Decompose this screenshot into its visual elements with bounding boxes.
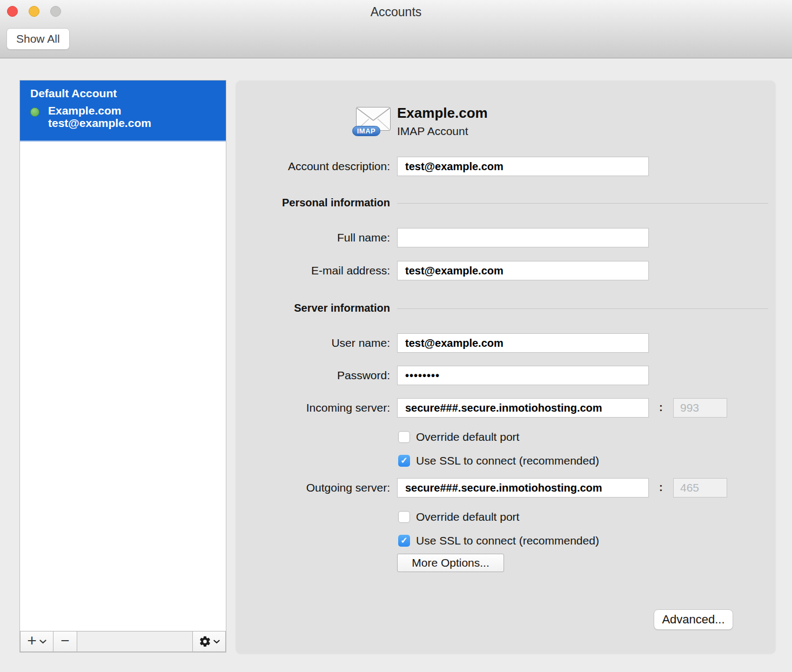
incoming-server-input[interactable] (397, 398, 649, 418)
account-email: test@example.com (48, 117, 151, 129)
checkmark-icon: ✓ (400, 536, 407, 545)
remove-account-button[interactable]: − (53, 631, 77, 652)
chevron-down-icon (39, 640, 46, 644)
imap-account-icon: IMAP (354, 104, 392, 136)
sidebar-toolbar: + − (20, 631, 226, 652)
more-options-button[interactable]: More Options... (397, 554, 504, 572)
email-address-label: E-mail address: (236, 264, 390, 277)
section-divider (397, 203, 768, 204)
account-list-empty-area (20, 142, 226, 631)
use-ssl-label: Use SSL to connect (recommended) (416, 454, 599, 467)
incoming-override-port-row: Override default port (398, 431, 519, 443)
password-input[interactable] (397, 366, 649, 385)
use-ssl-label: Use SSL to connect (recommended) (416, 534, 599, 547)
checkmark-icon: ✓ (400, 456, 407, 465)
outgoing-ssl-row: ✓ Use SSL to connect (recommended) (398, 534, 599, 547)
accounts-window: Accounts Show All Default Account Exampl… (0, 0, 792, 672)
incoming-port-input[interactable] (673, 398, 727, 418)
account-name: Example.com (48, 104, 151, 117)
full-name-input[interactable] (397, 228, 649, 247)
override-port-label: Override default port (416, 431, 519, 443)
show-all-button[interactable]: Show All (6, 28, 70, 50)
plus-icon: + (27, 633, 37, 649)
gear-icon (199, 635, 211, 648)
section-divider (397, 308, 768, 309)
outgoing-override-port-row: Override default port (398, 510, 519, 523)
override-port-label: Override default port (416, 510, 519, 523)
account-list-item[interactable]: Example.com test@example.com (30, 104, 151, 129)
outgoing-server-label: Outgoing server: (236, 481, 390, 494)
user-name-input[interactable] (397, 333, 649, 353)
account-type: IMAP Account (397, 125, 468, 138)
override-port-checkbox[interactable] (398, 511, 410, 523)
account-description-input[interactable] (397, 157, 649, 176)
personal-information-header: Personal information (236, 197, 390, 209)
override-port-checkbox[interactable] (398, 431, 410, 443)
use-ssl-checkbox[interactable]: ✓ (398, 455, 410, 467)
chevron-down-icon (213, 640, 220, 644)
titlebar: Accounts Show All (0, 0, 792, 58)
accounts-sidebar: Default Account Example.com test@example… (19, 80, 226, 653)
advanced-button[interactable]: Advanced... (654, 609, 733, 630)
incoming-ssl-row: ✓ Use SSL to connect (recommended) (398, 454, 599, 467)
minus-icon: − (61, 633, 69, 648)
account-title: Example.com (397, 105, 488, 122)
outgoing-server-input[interactable] (397, 478, 649, 498)
imap-badge: IMAP (352, 126, 380, 136)
account-actions-button[interactable] (192, 631, 226, 652)
server-information-header: Server information (236, 302, 390, 314)
outgoing-port-input[interactable] (673, 478, 727, 498)
incoming-server-label: Incoming server: (236, 401, 390, 414)
toolbar-spacer (77, 631, 193, 652)
full-name-label: Full name: (236, 231, 390, 244)
selected-account-item[interactable]: Default Account Example.com test@example… (20, 80, 226, 142)
account-description-label: Account description: (236, 160, 390, 173)
add-account-button[interactable]: + (20, 631, 53, 652)
use-ssl-checkbox[interactable]: ✓ (398, 535, 410, 547)
email-address-input[interactable] (397, 261, 649, 280)
account-settings-panel: IMAP Example.com IMAP Account Account de… (236, 81, 775, 654)
password-label: Password: (236, 369, 390, 382)
port-separator: : (659, 401, 663, 414)
default-account-header: Default Account (30, 87, 117, 100)
user-name-label: User name: (236, 337, 390, 350)
window-title: Accounts (0, 5, 792, 19)
online-status-icon (30, 107, 39, 117)
port-separator: : (659, 481, 663, 494)
